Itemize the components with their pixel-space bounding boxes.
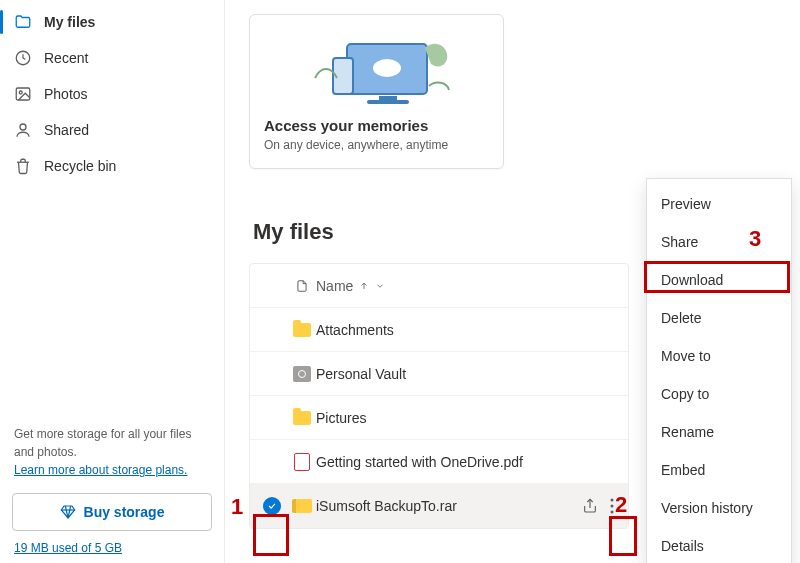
ctx-share[interactable]: Share (647, 223, 791, 261)
memories-subtitle: On any device, anywhere, anytime (264, 138, 489, 152)
ctx-copy-to[interactable]: Copy to (647, 375, 791, 413)
sidebar-item-shared[interactable]: Shared (0, 112, 224, 148)
sidebar-item-label: Recycle bin (44, 158, 116, 174)
file-name: Personal Vault (316, 366, 618, 382)
share-icon[interactable] (582, 498, 598, 514)
storage-usage-link[interactable]: 19 MB used of 5 GB (14, 541, 122, 555)
sidebar-item-photos[interactable]: Photos (0, 76, 224, 112)
chevron-down-icon[interactable] (375, 281, 385, 291)
sidebar-item-recent[interactable]: Recent (0, 40, 224, 76)
svg-point-2 (19, 91, 22, 94)
file-name: Getting started with OneDrive.pdf (316, 454, 618, 470)
trash-icon (14, 157, 32, 175)
memories-card[interactable]: Access your memories On any device, anyw… (249, 14, 504, 169)
ctx-rename[interactable]: Rename (647, 413, 791, 451)
file-table: Name Attachments Personal Vault (249, 263, 629, 529)
archive-icon (292, 499, 312, 513)
svg-point-9 (611, 499, 614, 502)
table-header[interactable]: Name (250, 264, 628, 308)
vault-icon (293, 366, 311, 382)
ctx-details[interactable]: Details (647, 527, 791, 563)
table-row[interactable]: Personal Vault (250, 352, 628, 396)
storage-plans-link[interactable]: Learn more about storage plans. (14, 463, 187, 477)
table-row-selected[interactable]: iSumsoft BackupTo.rar (250, 484, 628, 528)
ctx-download[interactable]: Download (647, 261, 791, 299)
sort-asc-icon[interactable] (359, 281, 369, 291)
sidebar: My files Recent Photos Shared (0, 0, 225, 563)
svg-point-10 (611, 505, 614, 508)
file-name: Attachments (316, 322, 618, 338)
checkmark-icon[interactable] (263, 497, 281, 515)
file-name: Pictures (316, 410, 618, 426)
folder-icon (293, 411, 311, 425)
file-name: iSumsoft BackupTo.rar (316, 498, 582, 514)
svg-rect-5 (379, 96, 397, 100)
sidebar-item-label: My files (44, 14, 95, 30)
main-content: Access your memories On any device, anyw… (225, 0, 800, 563)
sidebar-item-recycle[interactable]: Recycle bin (0, 148, 224, 184)
ctx-version[interactable]: Version history (647, 489, 791, 527)
memories-title: Access your memories (264, 117, 489, 134)
table-row[interactable]: Pictures (250, 396, 628, 440)
file-column-icon (288, 278, 316, 294)
name-column-header: Name (316, 278, 353, 294)
pdf-icon (294, 453, 310, 471)
more-icon[interactable] (606, 496, 618, 516)
svg-point-11 (611, 511, 614, 514)
folder-outline-icon (14, 13, 32, 31)
sidebar-item-label: Shared (44, 122, 89, 138)
storage-promo-text: Get more storage for all your files and … (14, 425, 210, 461)
buy-storage-label: Buy storage (84, 504, 165, 520)
person-icon (14, 121, 32, 139)
sidebar-item-label: Photos (44, 86, 88, 102)
clock-icon (14, 49, 32, 67)
storage-usage: 19 MB used of 5 GB (0, 541, 224, 555)
memories-illustration (264, 27, 489, 113)
context-menu: Preview Share Download Delete Move to Co… (646, 178, 792, 563)
folder-icon (293, 323, 311, 337)
sidebar-item-label: Recent (44, 50, 88, 66)
table-row[interactable]: Attachments (250, 308, 628, 352)
svg-rect-6 (367, 100, 409, 104)
sidebar-item-my-files[interactable]: My files (0, 4, 224, 40)
annotation-number-1: 1 (231, 494, 243, 520)
svg-rect-1 (16, 88, 30, 100)
ctx-delete[interactable]: Delete (647, 299, 791, 337)
ctx-preview[interactable]: Preview (647, 185, 791, 223)
storage-promo: Get more storage for all your files and … (0, 425, 224, 489)
ctx-embed[interactable]: Embed (647, 451, 791, 489)
diamond-icon (60, 504, 76, 520)
svg-point-7 (373, 59, 401, 77)
ctx-move-to[interactable]: Move to (647, 337, 791, 375)
sidebar-nav: My files Recent Photos Shared (0, 2, 224, 186)
table-row[interactable]: Getting started with OneDrive.pdf (250, 440, 628, 484)
image-icon (14, 85, 32, 103)
buy-storage-button[interactable]: Buy storage (12, 493, 212, 531)
svg-point-3 (20, 124, 26, 130)
